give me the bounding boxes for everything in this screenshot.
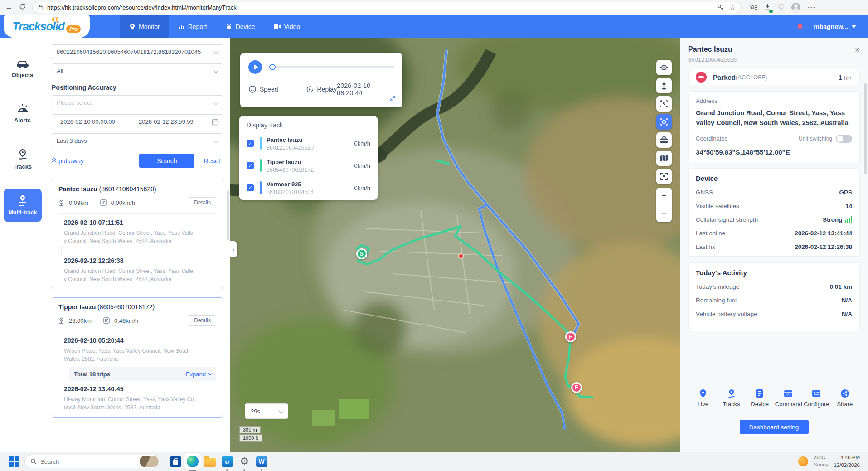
slider-handle[interactable] [269,64,276,70]
start-marker[interactable]: S [356,248,367,259]
range-select[interactable]: Last 3 days [52,133,223,148]
track-filter-panel: All Positioning Accuracy Please select 2… [45,38,230,452]
action-live[interactable]: Live [690,389,716,408]
playback-slider[interactable] [268,66,394,68]
browser-health-icon[interactable]: ♡ [778,3,785,12]
imei-input[interactable] [52,44,223,59]
taskbar-search[interactable] [24,455,160,468]
track-checkbox[interactable]: ✓ [247,140,254,147]
speed-control[interactable]: 1.0 Speed [248,85,278,93]
taskbar-edge-icon[interactable] [184,453,201,470]
map-layers-button[interactable] [656,151,672,166]
track-row-pantec: ✓ Pantec Isuzu860121060415620 0km/h [247,136,370,151]
fullscreen-button[interactable] [656,169,672,184]
end-time: 2026-02-12 13:40:45 [64,385,216,393]
action-share[interactable]: Share [832,389,858,408]
favorites-bar-icon[interactable] [750,4,757,11]
downloads-icon[interactable] [764,3,771,12]
locate-button[interactable] [656,60,672,75]
chevron-down-icon [214,69,218,73]
nav-video[interactable]: Video [264,15,310,38]
device-card: Device GNSSGPS Visible satellites14 Cell… [688,168,860,257]
zoom-in-button[interactable]: + [656,188,672,205]
unit-switch-toggle[interactable] [836,135,852,143]
accuracy-select[interactable]: Please select [52,95,223,110]
configure-icon [812,389,821,398]
cluster-off-button[interactable] [656,96,672,112]
action-device[interactable]: Device [747,389,773,408]
dashboard-setting-button[interactable]: Dashboard setting [740,420,809,434]
date-range-input[interactable]: 2026-02-10 00:00:00 - 2026-02-12 23:59:5… [52,114,223,129]
panel-scrollbar[interactable] [864,83,867,174]
expand-trips-link[interactable]: Expand [186,371,212,378]
zoom-out-button[interactable]: − [656,205,672,223]
timeline-connector [61,247,216,256]
search-button[interactable]: Search [139,154,194,168]
nav-report[interactable]: Report [169,15,216,38]
browser-menu-icon[interactable]: ⋯ [807,3,815,12]
sidebar-item-multi-track[interactable]: Multi-track [4,189,42,222]
start-time: 2026-02-10 07:11:51 [64,219,216,226]
sidebar-item-alerts[interactable]: Alerts [0,103,45,124]
left-sidebar: Objects Alerts Tracks Multi-track [0,38,45,452]
refresh-icon[interactable] [19,3,26,11]
map-canvas[interactable]: S F F 1.0 Speed Replay 2026-02-10 08:20:… [230,38,680,452]
action-configure[interactable]: Configure [803,389,829,408]
sidebar-item-objects[interactable]: Objects [0,59,45,78]
start-button[interactable] [8,456,20,467]
panel-scrollbar[interactable] [227,190,229,240]
bookmark-star-icon[interactable]: ☆ [729,3,736,12]
password-key-icon[interactable] [717,4,724,11]
street-view-button[interactable] [656,78,672,93]
details-button[interactable]: Details [189,315,216,326]
mileage-icon [58,317,64,324]
taskbar-search-input[interactable] [40,458,136,465]
taskbar-explorer-icon[interactable] [202,453,218,470]
taskbar-store-icon[interactable] [167,453,184,470]
interval-select[interactable]: 29s [245,403,288,419]
nav-monitor[interactable]: Monitor [120,15,169,38]
vehicle-card-pantec[interactable]: Pantec Isuzu (860121060415620) 0.09km 0.… [52,180,223,289]
date-start[interactable]: 2026-02-10 00:00:00 [60,118,115,125]
replay-control[interactable]: Replay [306,86,337,93]
close-icon[interactable]: × [855,45,860,54]
url-bar[interactable]: https://hk.tracksolidpro.com/resource/de… [32,2,742,13]
vehicle-card-tipper[interactable]: Tipper Isuzu (860546070018172) 26.00km 0… [52,297,223,418]
action-command[interactable]: </> Command [775,389,801,408]
vehicle-distance: 26.00km [69,317,92,324]
cluster-on-button[interactable] [656,114,672,130]
taskbar-settings-icon[interactable]: ⚙ [236,453,252,470]
group-select[interactable]: All [52,63,223,78]
taskbar-weather[interactable]: 25°C Sunny [814,454,829,468]
details-button[interactable]: Details [189,197,216,208]
nav-device[interactable]: Device [216,15,264,38]
search-highlight-image[interactable] [140,456,159,467]
reset-link[interactable]: Reset [204,157,220,165]
collapse-panel-icon[interactable] [389,95,396,104]
sidebar-item-tracks[interactable]: Tracks [0,149,45,170]
back-icon[interactable]: ← [5,4,13,11]
imei-input-field[interactable] [57,49,211,55]
taskbar-word-icon[interactable]: W [253,453,270,470]
zoom-control: + − [656,188,672,222]
track-checkbox[interactable]: ✓ [247,184,254,191]
track-checkbox[interactable]: ✓ [247,162,254,169]
taskbar-clock[interactable]: 4:46 PM 12/02/2026 [834,454,860,470]
taskbar-outlook-icon[interactable]: o [219,453,235,470]
weather-sun-icon[interactable] [798,456,808,466]
vehicle-detail-panel: Pantec Isuzu × 860121060415620 Parked (A… [680,38,868,452]
user-menu[interactable]: mbagnew... [814,23,856,30]
play-button[interactable] [248,60,262,74]
put-away-link[interactable]: put away [52,157,84,165]
start-address: Wilson Place, Yass, Yass Valley Council,… [64,347,216,363]
finish-marker-2[interactable]: F [571,382,582,393]
action-tracks[interactable]: Tracks [718,389,745,408]
tracksolid-logo[interactable]: Tracksolid((·)) Pro [4,15,90,38]
notification-bell-icon[interactable] [796,23,804,31]
toolbox-button[interactable] [656,132,672,148]
vehicle-title: Tipper Isuzu (860546070018172) [58,303,216,311]
collapse-left-panel-button[interactable]: ‹ [230,241,237,257]
browser-profile-avatar[interactable] [791,3,800,12]
date-end[interactable]: 2026-02-12 23:59:59 [139,118,194,125]
finish-marker-1[interactable]: F [565,331,576,342]
